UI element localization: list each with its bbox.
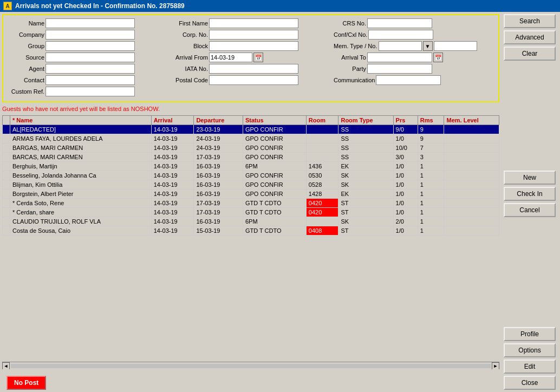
cell-2-0: BARGAS, MARI CARMEN	[10, 143, 152, 153]
cell-10-7: 1	[418, 217, 444, 226]
company-input[interactable]	[45, 30, 135, 40]
cell-6-6: 1/0	[393, 180, 418, 190]
cell-2-2: 24-03-19	[194, 143, 243, 153]
cell-1-4	[306, 134, 338, 143]
cell-3-0: BARCAS, MARI CARMEN	[10, 153, 152, 162]
arrival-from-calendar-btn[interactable]: 📅	[253, 53, 263, 62]
cell-8-8	[444, 199, 499, 208]
scroll-left-btn[interactable]: ◄	[2, 362, 10, 370]
cell-2-7: 7	[418, 143, 444, 153]
cell-4-2: 16-03-19	[194, 162, 243, 171]
table-row[interactable]: Berghuis, Martijn14-03-1916-03-196PM1436…	[3, 162, 499, 171]
col-header-0[interactable]: * Name	[10, 116, 152, 125]
close-button[interactable]: Close	[504, 376, 556, 390]
col-header-7[interactable]: Rms	[418, 116, 444, 125]
table-row[interactable]: BARGAS, MARI CARMEN14-03-1924-03-19GPO C…	[3, 143, 499, 153]
cell-9-3: GTD T CDTO	[243, 208, 306, 217]
agent-input[interactable]	[45, 64, 135, 74]
cell-8-3: GTD T CDTO	[243, 199, 306, 208]
col-header-3[interactable]: Status	[243, 116, 306, 125]
cell-1-6: 1/0	[393, 134, 418, 143]
table-row[interactable]: CLAUDIO TRUJILLO, ROLF VLA14-03-1916-03-…	[3, 217, 499, 226]
edit-button[interactable]: Edit	[504, 360, 556, 374]
cell-0-7: 9	[418, 125, 444, 134]
first-name-input[interactable]	[209, 18, 298, 28]
horizontal-scrollbar[interactable]: ◄ ►	[2, 362, 499, 369]
cell-6-7: 1	[418, 180, 444, 190]
row-indicator	[3, 226, 10, 236]
table-scroll-area[interactable]: * NameArrivalDepartureStatusRoomRoom Typ…	[2, 115, 499, 362]
table-row[interactable]: * Cerda Soto, Rene14-03-1917-03-19GTD T …	[3, 199, 499, 208]
scroll-track[interactable]	[11, 364, 491, 368]
cell-6-0: Blijman, Kim Ottilia	[10, 180, 152, 190]
mem-no-input[interactable]	[434, 41, 477, 51]
source-input[interactable]	[45, 53, 135, 62]
label-mem-type-no: Mem. Type / No.	[334, 43, 377, 49]
mem-type-input[interactable]	[379, 41, 422, 51]
cell-9-0: * Cerdan, share	[10, 208, 152, 217]
cell-1-8	[444, 134, 499, 143]
cell-3-3: GPO CONFIR	[243, 153, 306, 162]
group-input[interactable]	[45, 41, 135, 51]
mem-type-spin[interactable]: ▼	[423, 41, 433, 51]
table-row[interactable]: Blijman, Kim Ottilia14-03-1916-03-19GPO …	[3, 180, 499, 190]
cell-9-1: 14-03-19	[151, 208, 194, 217]
options-button[interactable]: Options	[504, 343, 556, 357]
iata-no-input[interactable]	[209, 64, 298, 74]
cancel-button[interactable]: Cancel	[504, 203, 556, 217]
col-header-1[interactable]: Arrival	[151, 116, 194, 125]
col-header-6[interactable]: Prs	[393, 116, 418, 125]
contact-input[interactable]	[45, 75, 135, 85]
cell-10-4	[306, 217, 338, 226]
table-row[interactable]: * Cerdan, share14-03-1917-03-19GTD T CDT…	[3, 208, 499, 217]
cell-3-2: 17-03-19	[194, 153, 243, 162]
corp-no-input[interactable]	[209, 30, 298, 40]
arrivals-table-container: * NameArrivalDepartureStatusRoomRoom Typ…	[2, 115, 499, 369]
col-header-4[interactable]: Room	[306, 116, 338, 125]
clear-button[interactable]: Clear	[504, 47, 556, 61]
arrival-to-calendar-btn[interactable]: 📅	[433, 53, 443, 62]
check-in-button[interactable]: Check In	[504, 187, 556, 201]
cell-6-5: SK	[338, 180, 393, 190]
row-indicator	[3, 143, 10, 153]
label-company: Company	[6, 31, 44, 38]
postal-code-input[interactable]	[209, 75, 298, 85]
conf-cxl-no-input[interactable]	[368, 30, 433, 40]
communication-input[interactable]	[376, 75, 441, 85]
arrival-to-input[interactable]	[367, 53, 432, 62]
cell-7-6: 1/0	[393, 190, 418, 199]
party-input[interactable]	[367, 64, 432, 74]
table-row[interactable]: ARMAS FAYA, LOURDES ADELA14-03-1924-03-1…	[3, 134, 499, 143]
table-row[interactable]: Costa de Sousa, Caio14-03-1915-03-19GTD …	[3, 226, 499, 236]
cell-2-8	[444, 143, 499, 153]
cell-11-0: Costa de Sousa, Caio	[10, 226, 152, 236]
cell-5-0: Besseling, Jolanda Johanna Ca	[10, 171, 152, 180]
cell-5-8	[444, 171, 499, 180]
block-input[interactable]	[209, 41, 298, 51]
search-button[interactable]: Search	[504, 14, 556, 28]
label-name: Name	[6, 20, 44, 27]
new-button[interactable]: New	[504, 171, 556, 185]
advanced-button[interactable]: Advanced	[504, 30, 556, 44]
crs-no-input[interactable]	[367, 18, 432, 28]
custom-ref-input[interactable]	[45, 87, 135, 96]
cell-3-1: 14-03-19	[151, 153, 194, 162]
cell-7-3: GPO CONFIR	[243, 190, 306, 199]
col-header-8[interactable]: Mem. Level	[444, 116, 499, 125]
table-row[interactable]: Borgstein, Albert Pieter14-03-1916-03-19…	[3, 190, 499, 199]
noshow-message: Guests who have not arrived yet will be …	[2, 106, 499, 112]
table-row[interactable]: Besseling, Jolanda Johanna Ca14-03-1916-…	[3, 171, 499, 180]
name-input[interactable]	[45, 18, 135, 28]
table-row[interactable]: BARCAS, MARI CARMEN14-03-1917-03-19GPO C…	[3, 153, 499, 162]
table-row[interactable]: AL[REDACTED]14-03-1923-03-19GPO CONFIRSS…	[3, 125, 499, 134]
label-arrival-from: Arrival From	[170, 54, 208, 61]
arrival-from-input[interactable]	[209, 53, 252, 62]
scroll-right-btn[interactable]: ►	[492, 362, 499, 370]
col-header-5[interactable]: Room Type	[338, 116, 393, 125]
profile-button[interactable]: Profile	[504, 327, 556, 341]
col-header-2[interactable]: Departure	[194, 116, 243, 125]
cell-8-6: 1/0	[393, 199, 418, 208]
cell-4-7: 1	[418, 162, 444, 171]
no-post-button[interactable]: No Post	[6, 376, 46, 390]
label-communication: Communication	[334, 77, 375, 83]
